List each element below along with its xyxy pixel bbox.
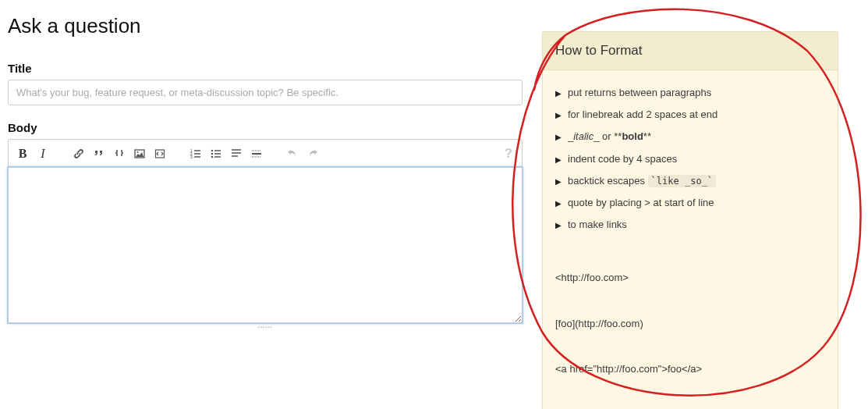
tip-text: quote by placing > at start of line [568, 196, 714, 210]
italic-button[interactable]: I [34, 144, 52, 163]
undo-button[interactable] [283, 144, 302, 163]
arrow-icon: ▶ [555, 155, 562, 165]
body-editor: B I [8, 139, 523, 331]
ulist-button[interactable] [207, 144, 225, 163]
tip-text: to make links [568, 218, 627, 232]
tip-text: _italic_ or **bold** [568, 130, 651, 144]
hr-button[interactable] [247, 144, 266, 163]
tip-text: for linebreak add 2 spaces at end [568, 108, 717, 122]
link-button[interactable] [69, 144, 88, 163]
snippet-button[interactable] [151, 144, 169, 163]
redo-button[interactable] [303, 144, 322, 163]
tip-text: put returns between paragraphs [568, 86, 711, 100]
svg-point-6 [211, 149, 214, 151]
panel-title: How to Format [543, 32, 838, 70]
body-textarea[interactable] [8, 167, 523, 323]
image-icon [133, 148, 146, 160]
quote-button[interactable] [90, 144, 108, 163]
editor-toolbar: B I [8, 139, 523, 167]
svg-point-1 [137, 151, 139, 153]
tip-links[interactable]: ▶ to make links [555, 218, 825, 232]
body-section: Body B I [8, 121, 523, 331]
link-icon [73, 148, 85, 160]
tip-paragraphs[interactable]: ▶ put returns between paragraphs [555, 86, 825, 100]
code-button[interactable] [110, 144, 129, 163]
numbered-list-icon: 123 [190, 148, 202, 160]
svg-point-8 [211, 155, 214, 158]
arrow-icon: ▶ [555, 110, 562, 121]
heading-icon [230, 148, 243, 160]
olist-button[interactable]: 123 [186, 144, 205, 163]
arrow-icon: ▶ [555, 176, 562, 187]
redo-icon [306, 148, 319, 160]
snippet-icon [154, 148, 166, 160]
image-button[interactable] [130, 144, 149, 163]
tip-text: backtick escapes `like _so_` [568, 174, 716, 188]
tip-text: indent code by 4 spaces [568, 152, 677, 166]
title-section: Title [8, 62, 523, 105]
resize-grip[interactable]: ▪▪▪▪▪▪ [8, 323, 523, 331]
tip-linebreak[interactable]: ▶ for linebreak add 2 spaces at end [555, 108, 825, 122]
undo-icon [286, 148, 299, 160]
links-example: <http://foo.com> [foo](http://foo.com) <… [555, 240, 825, 407]
heading-button[interactable] [227, 144, 246, 163]
arrow-icon: ▶ [555, 132, 562, 143]
how-to-format-panel: How to Format ▶ put returns between para… [542, 31, 838, 409]
editor-help-button[interactable]: ? [500, 145, 517, 162]
arrow-icon: ▶ [555, 220, 562, 231]
tip-indent-code[interactable]: ▶ indent code by 4 spaces [555, 152, 825, 166]
tip-quote[interactable]: ▶ quote by placing > at start of line [555, 196, 825, 210]
title-input[interactable] [8, 80, 523, 105]
bold-button[interactable]: B [13, 144, 32, 163]
arrow-icon: ▶ [555, 198, 562, 209]
tip-backtick[interactable]: ▶ backtick escapes `like _so_` [555, 174, 825, 188]
code-icon [113, 148, 126, 160]
svg-text:3: 3 [190, 154, 193, 158]
hr-icon [250, 148, 263, 160]
arrow-icon: ▶ [555, 88, 562, 99]
bullet-list-icon [210, 148, 222, 160]
tip-italic-bold[interactable]: ▶ _italic_ or **bold** [555, 130, 825, 144]
svg-point-7 [211, 152, 214, 155]
page-title: Ask a question [8, 14, 523, 38]
title-label: Title [8, 62, 523, 75]
quote-icon [93, 148, 105, 160]
body-label: Body [8, 121, 523, 134]
